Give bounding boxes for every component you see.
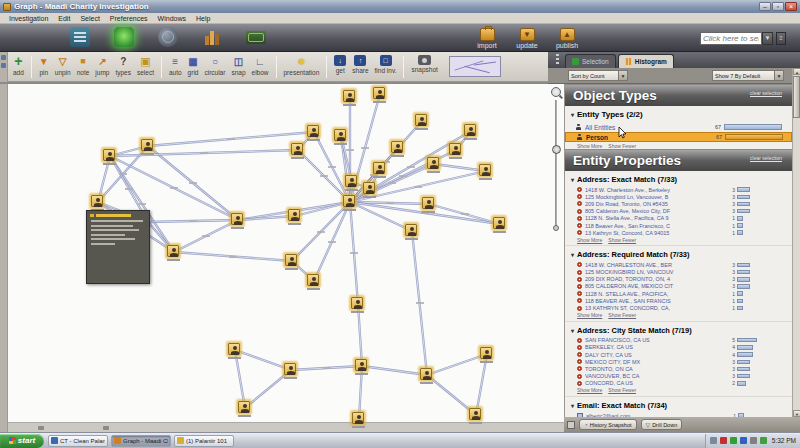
entity-type-row[interactable]: Person67 xyxy=(565,132,792,142)
tray-icon[interactable] xyxy=(720,437,727,444)
graph-node[interactable] xyxy=(373,162,385,174)
graph-node[interactable] xyxy=(449,143,461,155)
snap-button[interactable]: ◫snap xyxy=(228,54,248,77)
link-show-fewer[interactable]: Show Fewer xyxy=(608,237,636,243)
section-title[interactable]: Address: City State Match (7/19) xyxy=(571,326,792,335)
taskbar-item[interactable]: Graph - Maadi Chari... xyxy=(111,435,171,447)
unpin-button[interactable]: ▽unpin xyxy=(52,54,74,77)
graph-node[interactable] xyxy=(493,217,505,229)
graph-node[interactable] xyxy=(343,195,355,207)
graph-node[interactable] xyxy=(391,141,403,153)
find-inv--button[interactable]: □find inv. xyxy=(372,54,400,75)
magnifier-icon[interactable] xyxy=(551,87,561,97)
graph-node[interactable] xyxy=(288,209,300,221)
select-button[interactable]: ▣select xyxy=(134,54,157,77)
property-row[interactable]: 118 Beaver Ave., San Francisco, C1 xyxy=(565,222,792,229)
start-button[interactable]: start xyxy=(0,434,44,448)
graph-node[interactable] xyxy=(479,164,491,176)
graph-node[interactable] xyxy=(427,157,439,169)
elbow-button[interactable]: ∟elbow xyxy=(249,54,272,77)
property-row[interactable]: 805 Calderon Ave, Mexico City, DF3 xyxy=(565,208,792,215)
property-row[interactable]: TORONTO, ON CA3 xyxy=(565,365,792,372)
scrollbar-thumb[interactable] xyxy=(793,76,800,118)
tray-icon[interactable] xyxy=(760,437,767,444)
menu-investigation[interactable]: Investigation xyxy=(4,15,53,22)
graph-node[interactable] xyxy=(480,347,492,359)
tray-icon[interactable] xyxy=(730,437,737,444)
pin-button[interactable]: ▼pin xyxy=(36,54,52,77)
graph-note[interactable] xyxy=(86,210,150,284)
section-title[interactable]: Email: Exact Match (7/34) xyxy=(571,401,792,410)
scroll-up-arrow[interactable]: ▲ xyxy=(793,68,800,75)
property-row[interactable]: 125 Mockingbird Ln, Vancouver, B3 xyxy=(565,193,792,200)
scroll-down-arrow[interactable]: ▼ xyxy=(793,410,800,417)
menu-windows[interactable]: Windows xyxy=(153,15,191,22)
property-row[interactable]: DALY CITY, CA US4 xyxy=(565,351,792,358)
property-row[interactable]: CONCORD, CA US2 xyxy=(565,380,792,387)
history-snapshot-button[interactable]: ◔ History Snapshot xyxy=(579,419,637,430)
property-row[interactable]: 118 BEAVER AVE., SAN FRANCIS1 xyxy=(565,297,792,304)
property-row[interactable]: 1128 N. Stella Ave., Pacifica, CA 91 xyxy=(565,215,792,222)
note-button[interactable]: ■note xyxy=(74,54,93,77)
taskbar-item[interactable]: CT - Clean Palantir Se... xyxy=(48,435,108,447)
graph-node[interactable] xyxy=(307,274,319,286)
graph-node[interactable] xyxy=(228,343,240,355)
drill-down-button[interactable]: ▽ Drill Down xyxy=(641,419,683,430)
clear-selection-link[interactable]: clear selection xyxy=(750,84,782,104)
get-button[interactable]: ↓get xyxy=(331,54,349,75)
dock-icon[interactable] xyxy=(1,55,6,60)
property-row[interactable]: 209 Dix Road, Toronto, ON #54353 xyxy=(565,200,792,207)
snapshot-thumbnail[interactable] xyxy=(449,56,501,77)
graph-node[interactable] xyxy=(420,368,432,380)
chart-icon[interactable] xyxy=(202,27,222,47)
search-options-button[interactable]: ≡ xyxy=(776,32,786,45)
restore-button[interactable]: ▫ xyxy=(772,2,784,11)
update-button[interactable]: ▼update xyxy=(510,28,544,49)
zoom-track[interactable] xyxy=(555,100,557,230)
property-row[interactable]: 1418 W. Charleston Ave., Berkeley3 xyxy=(565,186,792,193)
share-button[interactable]: ↑share xyxy=(349,54,371,75)
taskbar-item[interactable]: (1) Palantir 101 xyxy=(174,435,234,447)
graph-node[interactable] xyxy=(141,139,153,151)
money-icon[interactable] xyxy=(246,31,266,44)
property-row[interactable]: 125 MOCKINGBIRD LN, VANCOUV3 xyxy=(565,269,792,276)
panel-scrollbar[interactable]: ▲ ▼ xyxy=(792,68,800,417)
tray-icon[interactable] xyxy=(750,437,757,444)
property-row[interactable]: 1128 N. STELLA AVE., PACIFICA,1 xyxy=(565,290,792,297)
types-button[interactable]: ?types xyxy=(112,54,134,77)
search-dropdown-button[interactable]: ▼ xyxy=(762,32,773,45)
menu-help[interactable]: Help xyxy=(191,15,215,22)
property-row[interactable]: VANCOUVER, BC CA3 xyxy=(565,373,792,380)
sort-dropdown[interactable]: Sort by Count ▼ xyxy=(568,70,628,81)
graph-node[interactable] xyxy=(464,124,476,136)
graph-node[interactable] xyxy=(91,195,103,207)
graph-node[interactable] xyxy=(238,401,250,413)
section-title[interactable]: Address: Exact Match (7/33) xyxy=(571,175,792,184)
presentation-button[interactable]: ●presentation xyxy=(281,54,323,77)
graph-node[interactable] xyxy=(345,175,357,187)
table-icon[interactable] xyxy=(70,27,90,47)
menu-edit[interactable]: Edit xyxy=(53,15,75,22)
link-show-more[interactable]: Show More xyxy=(577,312,602,318)
property-row[interactable]: 13 Kathryn St, Concord, CA 940151 xyxy=(565,229,792,236)
tab-histogram[interactable]: Histogram xyxy=(618,54,674,68)
zoom-handle[interactable] xyxy=(552,145,561,154)
graph-node[interactable] xyxy=(103,149,115,161)
graph-node[interactable] xyxy=(352,412,364,424)
clear-selection-link[interactable]: clear selection xyxy=(750,147,782,169)
property-row[interactable]: BERKELEY, CA US4 xyxy=(565,344,792,351)
graph-node[interactable] xyxy=(231,213,243,225)
graph-node[interactable] xyxy=(343,90,355,102)
graph-node[interactable] xyxy=(285,254,297,266)
graph-node[interactable] xyxy=(291,143,303,155)
link-show-fewer[interactable]: Show Fewer xyxy=(608,312,636,318)
graph-node[interactable] xyxy=(334,129,346,141)
link-show-fewer[interactable]: Show Fewer xyxy=(608,387,636,393)
link-show-more[interactable]: Show More xyxy=(577,387,602,393)
graph-node[interactable] xyxy=(373,87,385,99)
property-row[interactable]: 805 CALDERON AVE, MEXICO CIT3 xyxy=(565,283,792,290)
graph-node[interactable] xyxy=(405,224,417,236)
snapshot-button[interactable]: snapshot xyxy=(408,54,440,74)
globe-icon[interactable] xyxy=(158,27,178,47)
property-row[interactable]: 209 DIX ROAD, TORONTO, ON, 43 xyxy=(565,276,792,283)
